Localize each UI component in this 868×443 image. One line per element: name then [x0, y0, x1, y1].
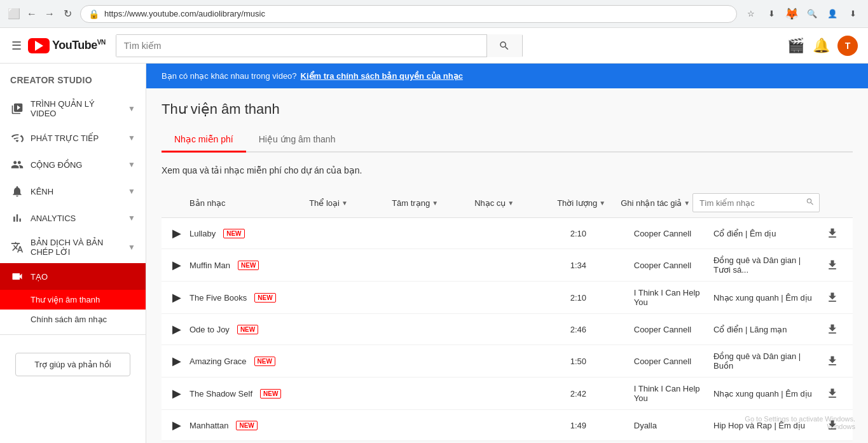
subtitle: Xem qua và tải nhạc miễn phí cho dự án c… — [162, 165, 853, 175]
firefox-icon[interactable]: 🦊 — [784, 6, 799, 22]
download-btn-2[interactable] — [823, 289, 841, 306]
new-badge-4: NEW — [254, 357, 275, 366]
browser-controls: ⬜ ← → ↻ — [8, 8, 74, 20]
track-col-0: Lullaby NEW — [189, 229, 322, 238]
track-name-2: The Five Books — [189, 293, 247, 303]
search-music-wrap — [692, 193, 820, 212]
yt-logo[interactable]: YouTubeVN — [28, 38, 106, 53]
browser-chrome: ⬜ ← → ↻ 🔒 https://www.youtube.com/audiol… — [0, 0, 868, 28]
duration-val-4: 1:50 — [570, 357, 634, 366]
col-dl-4 — [820, 352, 845, 370]
duration-val-0: 2:10 — [570, 229, 634, 238]
search-bar[interactable] — [116, 34, 523, 57]
sidebar-item-translations[interactable]: BẢN DỊCH VÀ BẢN CHÉP LỜI ▼ — [0, 231, 146, 263]
download-btn-0[interactable] — [823, 224, 841, 242]
sidebar-item-analytics-label: ANALYTICS — [31, 214, 121, 223]
play-btn-0[interactable]: ▶ — [169, 226, 184, 241]
play-btn-4[interactable]: ▶ — [169, 353, 184, 369]
tab-sound-effects[interactable]: Hiệu ứng âm thanh — [246, 128, 348, 153]
download-btn-6[interactable] — [823, 416, 841, 434]
banner: Bạn có nhạc khác nhau trong video? Kiểm … — [146, 64, 868, 88]
new-badge-6: NEW — [236, 421, 257, 430]
lock-icon: 🔒 — [88, 9, 99, 19]
sidebar-item-video-manager[interactable]: TRÌNH QUẢN LÝ VIDEO ▼ — [0, 93, 146, 125]
col-duration-header[interactable]: Thời lượng ▼ — [557, 198, 621, 208]
new-badge-3: NEW — [237, 325, 258, 334]
play-btn-5[interactable]: ▶ — [169, 386, 184, 401]
banner-link[interactable]: Kiểm tra chính sách bản quyền của nhạc — [301, 71, 463, 81]
download-ext-icon[interactable]: ⬇ — [764, 6, 779, 22]
sidebar-item-analytics[interactable]: ANALYTICS ▼ — [0, 205, 146, 231]
search-input[interactable] — [116, 35, 486, 57]
header-actions: 🎬 🔔 T — [787, 36, 858, 56]
sidebar-item-channel[interactable]: KÊNH ▼ — [0, 178, 146, 205]
track-name-5: The Shadow Self — [189, 389, 252, 399]
sidebar-sub-music-policy[interactable]: Chính sách âm nhạc — [0, 310, 146, 329]
col-track-header[interactable]: Bản nhạc — [189, 198, 309, 208]
artist-val-2: I Think I Can Help You — [634, 288, 713, 307]
chevron-down-icon-4: ▼ — [128, 214, 135, 222]
track-col-4: Amazing Grace NEW — [189, 357, 322, 366]
play-btn-3[interactable]: ▶ — [169, 322, 184, 337]
download-btn-3[interactable] — [823, 320, 841, 338]
download-btn-5[interactable] — [823, 385, 841, 402]
sidebar-item-livestream[interactable]: PHÁT TRỰC TIẾP ▼ — [0, 125, 146, 151]
play-btn-1[interactable]: ▶ — [169, 257, 184, 273]
sidebar-item-translations-label: BẢN DỊCH VÀ BẢN CHÉP LỜI — [31, 238, 121, 257]
tab-free-music[interactable]: Nhạc miễn phí — [162, 128, 246, 153]
col-license-header — [692, 193, 820, 212]
browser-window-btn[interactable]: ⬜ — [8, 8, 20, 20]
sidebar-item-channel-label: KÊNH — [31, 187, 121, 196]
sidebar-item-community-label: CỘNG ĐỒNG — [31, 160, 121, 170]
duration-val-5: 2:42 — [570, 389, 634, 399]
artist-val-1: Cooper Cannell — [634, 261, 713, 270]
sidebar-sub-audio-library[interactable]: Thư viện âm thanh — [0, 290, 146, 310]
chevron-down-icon-1: ▼ — [128, 133, 135, 142]
artist-filter-arrow: ▼ — [684, 200, 690, 207]
table-header: Bản nhạc Thể loại ▼ Tâm trạng ▼ Nhạc cụ … — [162, 188, 853, 218]
license-val-0: Cổ điển | Êm dịu — [713, 229, 820, 238]
license-val-3: Cổ điển | Lãng mạn — [713, 325, 820, 334]
play-btn-6[interactable]: ▶ — [169, 418, 184, 433]
chevron-down-icon-5: ▼ — [128, 243, 135, 252]
col-artist-header[interactable]: Ghi nhận tác giả ▼ — [621, 198, 692, 208]
notifications-icon[interactable]: 🔔 — [812, 37, 830, 55]
download-btn-1[interactable] — [823, 256, 841, 274]
avatar[interactable]: T — [837, 36, 858, 56]
browser-reload-btn[interactable]: ↻ — [61, 8, 74, 20]
address-bar[interactable]: 🔒 https://www.youtube.com/audiolibrary/m… — [80, 5, 737, 23]
search-music-input[interactable] — [692, 193, 820, 212]
col-dl-2 — [820, 289, 845, 306]
banner-text: Bạn có nhạc khác nhau trong video? — [162, 71, 297, 81]
search-icon — [499, 40, 510, 51]
table-row: ▶ Manhattan NEW 1:49 Dyalla Hip Hop và R… — [162, 410, 853, 441]
menu-icon[interactable]: ⬇ — [845, 6, 860, 22]
translations-icon — [10, 240, 24, 254]
download-btn-4[interactable] — [823, 352, 841, 370]
sidebar-item-create[interactable]: TẠO — [0, 263, 146, 290]
sidebar-toggle-btn[interactable]: ☰ — [10, 39, 23, 52]
upload-video-icon[interactable]: 🎬 — [787, 37, 804, 55]
browser-back-btn[interactable]: ← — [25, 8, 38, 20]
chevron-down-icon-2: ▼ — [128, 160, 135, 169]
extension-icon[interactable]: 🔍 — [804, 6, 820, 22]
tabs: Nhạc miễn phí Hiệu ứng âm thanh — [162, 128, 853, 153]
browser-forward-btn[interactable]: → — [43, 8, 56, 20]
search-button[interactable] — [486, 34, 522, 57]
license-val-4: Đồng quê và Dân gian | Buồn — [713, 351, 820, 371]
col-genre-header[interactable]: Thể loại ▼ — [309, 198, 392, 208]
star-icon[interactable]: ☆ — [743, 6, 759, 22]
col-mood-header[interactable]: Tâm trạng ▼ — [392, 198, 474, 208]
col-dl-5 — [820, 385, 845, 402]
col-instrument-header[interactable]: Nhạc cụ ▼ — [474, 198, 557, 208]
duration-val-6: 1:49 — [570, 421, 634, 430]
account-circle-icon[interactable]: 👤 — [825, 6, 840, 22]
support-feedback-btn[interactable]: Trợ giúp và phản hồi — [15, 353, 130, 376]
col-dl-6 — [820, 416, 845, 434]
track-col-5: The Shadow Self NEW — [189, 389, 322, 399]
track-name-6: Manhattan — [189, 421, 228, 430]
play-btn-2[interactable]: ▶ — [169, 290, 184, 305]
sidebar-item-community[interactable]: CỘNG ĐỒNG ▼ — [0, 151, 146, 178]
artist-val-3: Cooper Cannell — [634, 325, 713, 334]
table-row: ▶ Amazing Grace NEW 1:50 Cooper Cannell … — [162, 345, 853, 378]
